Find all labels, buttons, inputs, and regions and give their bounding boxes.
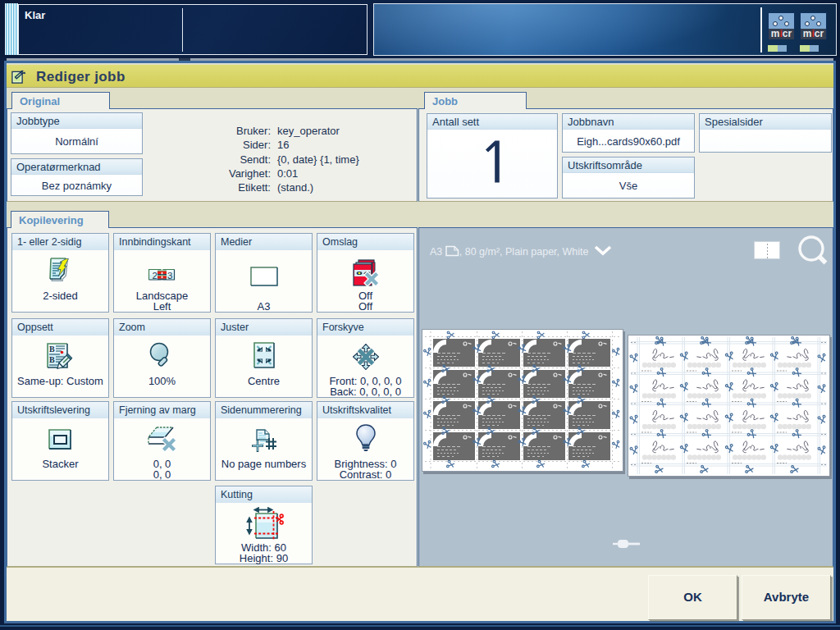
svg-text:2: 2 xyxy=(153,271,158,281)
svg-text:B: B xyxy=(49,355,55,364)
svg-text:B: B xyxy=(49,345,55,354)
svg-text:3: 3 xyxy=(167,271,172,281)
